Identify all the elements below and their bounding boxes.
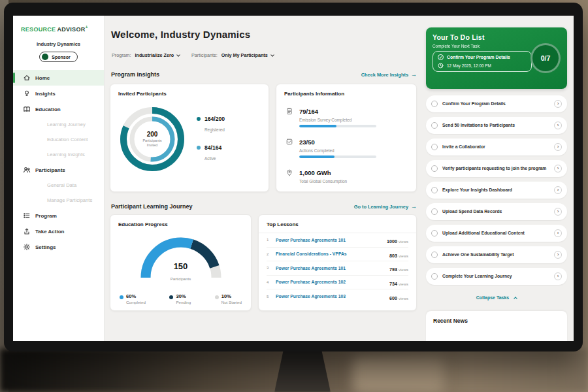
participant-info-row: 1,000 GWhTotal Global Consumption — [286, 166, 407, 184]
task-checkbox[interactable] — [431, 252, 438, 258]
task-checkbox[interactable] — [431, 165, 438, 172]
lesson-views: 793views — [389, 262, 408, 274]
legend-label: Pending — [176, 300, 191, 304]
chevron-right-icon[interactable]: › — [554, 122, 562, 129]
sidebar-item-label: Insights — [35, 91, 56, 97]
legend-value: 30% — [176, 293, 186, 299]
chevron-right-icon[interactable]: › — [554, 229, 562, 237]
resource-advisor-logo: RESOURCEADVISOR+ — [13, 16, 104, 33]
task-checkbox[interactable] — [431, 273, 438, 280]
chevron-right-icon[interactable]: › — [554, 165, 562, 172]
donut-legend: 164/200 Registered 84/164 Active — [197, 116, 225, 163]
lesson-link[interactable]: Power Purchase Agreements 103 — [276, 294, 385, 299]
task-checkbox[interactable] — [431, 101, 438, 107]
sidebar-item-insights[interactable]: Insights — [13, 86, 104, 101]
sidebar-item-manage-participants[interactable]: Manage Participants — [13, 193, 104, 208]
lesson-row: 2Financial Considerations - VPPAs803view… — [267, 248, 408, 262]
sidebar-item-education[interactable]: Education — [13, 101, 104, 117]
task-checkbox[interactable] — [431, 122, 438, 129]
sidebar-item-take-action[interactable]: Take Action — [13, 223, 104, 239]
chevron-right-icon[interactable]: › — [554, 143, 562, 151]
participants-icon — [23, 166, 31, 174]
task-label: Explore Your Insights Dashboard — [442, 188, 549, 193]
sidebar-item-settings[interactable]: Settings — [13, 239, 104, 255]
top-lessons-card: Top Lessons 1Power Purchase Agreements 1… — [258, 214, 417, 311]
sidebar-item-learning-journey[interactable]: Learning Journey — [13, 117, 104, 132]
sidebar-item-home[interactable]: Home — [13, 70, 104, 86]
sidebar-item-participants[interactable]: Participants — [13, 162, 104, 178]
sidebar-item-general-data[interactable]: General Data — [13, 178, 104, 193]
gauge-total-caption: Participants — [171, 277, 191, 281]
task-label: Upload Additional Educational Content — [442, 231, 549, 237]
sidebar-item-label: Home — [35, 75, 50, 81]
task-label: Send 50 Invitations to Participants — [442, 123, 549, 129]
sidebar-item-program[interactable]: Program — [13, 208, 104, 223]
go-to-learning-journey-link[interactable]: Go to Learning Journey → — [354, 204, 417, 210]
check-icon: ✓ — [438, 54, 444, 60]
sidebar-item-label: Participants — [35, 167, 65, 173]
participants-information-title: Participants Information — [276, 84, 416, 102]
background-object — [353, 356, 444, 392]
todo-task-achieve-one-sustainability-tar[interactable]: Achieve One Sustainability Target› — [426, 246, 567, 263]
sidebar-item-label: Learning Insights — [47, 152, 85, 157]
collapse-tasks-link[interactable]: Collapse Tasks — [426, 295, 567, 300]
views-caption: views — [399, 254, 408, 258]
sidebar-item-learning-insights[interactable]: Learning Insights — [13, 147, 104, 162]
lesson-link[interactable]: Power Purchase Agreements 101 — [276, 238, 382, 242]
task-checkbox[interactable] — [431, 230, 438, 237]
sidebar-item-label: Take Action — [35, 229, 64, 235]
participant-info-row: 79/164Emission Survey Completed — [286, 105, 407, 127]
lesson-link[interactable]: Power Purchase Agreements 101 — [276, 266, 385, 270]
todo-task-list: Confirm Your Program Details›Send 50 Inv… — [426, 95, 567, 285]
next-task-box[interactable]: ✓ Confirm Your Program Details 12 May 20… — [433, 51, 532, 72]
invited-participants-title: Invited Participants — [110, 84, 269, 102]
progress-bar — [299, 125, 376, 127]
todo-task-send-50-invitations-to-partici[interactable]: Send 50 Invitations to Participants› — [426, 117, 567, 134]
legend-label: Completed — [126, 300, 146, 304]
settings-icon — [23, 243, 31, 251]
lesson-link[interactable]: Financial Considerations - VPPAs — [276, 252, 385, 256]
education-icon — [23, 105, 31, 113]
logo-advisor: ADVISOR — [57, 26, 85, 33]
program-insights-title: Program Insights — [111, 71, 159, 78]
arrow-right-icon: → — [411, 204, 417, 210]
participants-information-rows: 79/164Emission Survey Completed23/50Acti… — [276, 102, 416, 184]
registered-value: 164/200 — [204, 116, 225, 122]
todo-task-verify-participants-requesting[interactable]: Verify participants requesting to join t… — [426, 160, 567, 177]
sponsor-badge: Sponsor — [39, 52, 77, 62]
legend-value: 10% — [221, 293, 231, 299]
chevron-right-icon[interactable]: › — [554, 272, 562, 280]
todo-task-upload-additional-educational-[interactable]: Upload Additional Educational Content› — [426, 225, 567, 242]
chevron-right-icon[interactable]: › — [554, 251, 562, 259]
participants-information-card: Participants Information 79/164Emission … — [276, 84, 417, 192]
registered-label: Registered — [204, 127, 225, 132]
chevron-right-icon[interactable]: › — [554, 186, 562, 194]
task-checkbox[interactable] — [431, 208, 438, 215]
lesson-link[interactable]: Power Purchase Agreements 102 — [276, 280, 385, 284]
program-dropdown[interactable]: Industrialize Zero — [135, 52, 180, 58]
todo-panel: Your To Do List Complete Your Next Task:… — [426, 16, 574, 341]
participant-info-row: 23/50Actions Completed — [286, 135, 407, 158]
consumption-icon — [286, 167, 293, 175]
todo-task-explore-your-insights-dashboar[interactable]: Explore Your Insights Dashboard› — [426, 182, 567, 199]
todo-task-confirm-your-program-details[interactable]: Confirm Your Program Details› — [426, 95, 567, 112]
check-more-insights-link[interactable]: Check More Insights → — [361, 72, 417, 78]
chevron-right-icon[interactable]: › — [554, 100, 562, 108]
legend-dot — [215, 295, 219, 299]
todo-title: Your To Do List — [433, 33, 561, 41]
participants-dropdown[interactable]: Only My Participants — [221, 52, 274, 58]
todo-task-complete-your-learning-journey[interactable]: Complete Your Learning Journey› — [426, 268, 567, 285]
info-label: Emission Survey Completed — [299, 118, 376, 122]
gauge-legend-item: 30%Pending — [169, 293, 191, 304]
todo-task-upload-spend-data-records[interactable]: Upload Spend Data Records› — [426, 203, 567, 220]
survey-icon — [286, 106, 293, 114]
task-checkbox[interactable] — [431, 144, 438, 150]
todo-task-invite-a-collaborator[interactable]: Invite a Collaborator› — [426, 139, 567, 155]
lesson-rank: 4 — [267, 280, 271, 284]
task-checkbox[interactable] — [431, 187, 438, 193]
go-to-learning-journey-label: Go to Learning Journey — [354, 204, 408, 210]
sidebar-item-education-content[interactable]: Education Content — [13, 132, 104, 147]
task-label: Invite a Collaborator — [442, 144, 549, 150]
chevron-right-icon[interactable]: › — [554, 208, 562, 216]
program-insights-header: Program Insights Check More Insights → — [111, 71, 417, 78]
